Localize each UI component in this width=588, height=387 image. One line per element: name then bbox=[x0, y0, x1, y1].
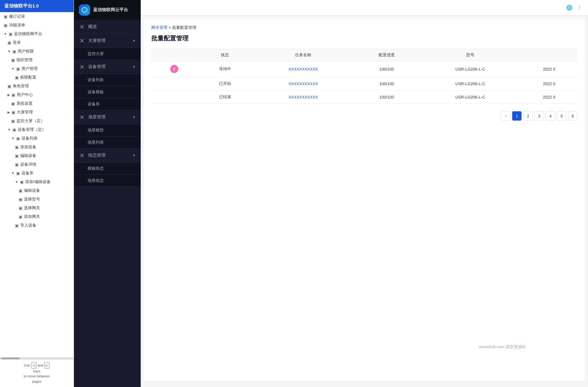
task-link[interactable]: XXXXXXXXXXX bbox=[289, 67, 318, 71]
tree-item-revision[interactable]: ▣修订记录 bbox=[0, 12, 74, 21]
tree-item-role_mgmt[interactable]: ▣角色管理 bbox=[0, 82, 74, 90]
tree-item-big_screen_mgmt[interactable]: ▶▣大屏管理 bbox=[0, 108, 74, 117]
doc-icon: ▣ bbox=[19, 214, 22, 219]
col-date bbox=[521, 49, 577, 61]
device-list-label: 设备列表 bbox=[88, 77, 104, 83]
nav-sub-scene-group[interactable]: 场景组态 bbox=[74, 175, 141, 187]
table-row: 已结束 XXXXXXXXXXX 100/100 USR-LG206-L-C 20… bbox=[151, 90, 577, 104]
task-link[interactable]: XXXXXXXXXXX bbox=[289, 81, 318, 86]
expand-icon: ▼ bbox=[11, 136, 15, 140]
tree-item-features[interactable]: ▣功能清单 bbox=[0, 21, 74, 30]
row-number: 2 bbox=[170, 65, 178, 73]
tree-label: 编辑设备 bbox=[20, 153, 36, 159]
scene-group-label: 场景组态 bbox=[88, 178, 104, 183]
hint-keys: keys bbox=[33, 369, 40, 373]
tree-label: 编辑设备 bbox=[24, 188, 40, 193]
doc-icon: ▣ bbox=[15, 154, 19, 158]
tree-item-import_device[interactable]: ▣导入设备 bbox=[0, 221, 74, 230]
tree-label: 用户管理 bbox=[21, 66, 38, 71]
doc-icon: ▣ bbox=[15, 75, 19, 80]
pagination-page-4[interactable]: 4 bbox=[546, 111, 555, 121]
tree-item-user_mgmt[interactable]: ▼▣用户管理 bbox=[0, 64, 74, 73]
tree-label: 设备库 bbox=[21, 170, 34, 176]
tree-item-device_lib_def[interactable]: ▼▣设备库 bbox=[0, 169, 74, 177]
tree-item-select_model[interactable]: ▣选择型号 bbox=[0, 195, 74, 204]
pagination-page-1[interactable]: 1 bbox=[512, 111, 522, 121]
tree-item-monitor_screen[interactable]: ▣监控大屏（定） bbox=[0, 117, 74, 125]
tree-item-platform[interactable]: ▼▣蓝信物联网平台 bbox=[0, 30, 74, 38]
topbar-icons: 🌐 ⋮ bbox=[566, 5, 582, 11]
tree-item-edit_device2[interactable]: ▣编辑设备 bbox=[0, 186, 74, 195]
data-table: 状态 任务名称 配置进度 型号 2 等待中 XXXXXXXXXXX 100/10… bbox=[151, 49, 577, 104]
pagination-page-6[interactable]: 6 bbox=[568, 111, 577, 121]
doc-icon: ▣ bbox=[19, 206, 22, 210]
monitor-big-label: 监控大屏 bbox=[88, 51, 104, 57]
main-nav: 蓝信物联网云平台 概览 大屏管理 ▼ 监控大屏 设备管理 ▼ 设备列表 设备模板… bbox=[74, 0, 141, 387]
nav-sub-device-list[interactable]: 设备列表 bbox=[74, 74, 141, 86]
nav-sub-scene-model[interactable]: 场景模型 bbox=[74, 124, 141, 136]
pagination-page-2[interactable]: 2 bbox=[523, 111, 533, 121]
nav-item-scene[interactable]: 场景管理 ▼ bbox=[74, 110, 141, 124]
nav-label-bigscreen: 大屏管理 bbox=[88, 38, 132, 44]
cell-task[interactable]: XXXXXXXXXXX bbox=[253, 61, 354, 77]
tree-label: 用户中心 bbox=[17, 92, 33, 98]
nav-header: 蓝信物联网云平台 bbox=[74, 0, 141, 20]
nav-item-overview[interactable]: 概览 bbox=[74, 20, 141, 34]
doc-icon: ▣ bbox=[11, 58, 15, 62]
table-row: 已开始 XXXXXXXXXXX 100/100 USR-LG206-L-C 20… bbox=[151, 77, 577, 90]
cell-num: 2 bbox=[151, 61, 197, 77]
tree-label: 监控大屏（定） bbox=[16, 118, 45, 124]
menu-icon[interactable]: ⋮ bbox=[577, 5, 582, 11]
tree-item-select_gateway[interactable]: ▣选择网关 bbox=[0, 204, 74, 212]
nav-sub-monitor-big[interactable]: 监控大屏 bbox=[74, 48, 141, 60]
tree-item-perm_config[interactable]: ▣权限配置 bbox=[0, 73, 74, 82]
tree-scroll: ▣修订记录▣功能清单▼▣蓝信物联网平台▣登录▼▣用户权限▣组织管理▼▣用户管理▣… bbox=[0, 12, 74, 357]
folder-icon: ▣ bbox=[12, 127, 16, 132]
tree-item-sys_settings[interactable]: ▣系统设置 bbox=[0, 99, 74, 108]
left-sidebar: 蓝信物联平台1.0 ▣修订记录▣功能清单▼▣蓝信物联网平台▣登录▼▣用户权限▣组… bbox=[0, 0, 74, 387]
doc-icon: ▣ bbox=[19, 197, 22, 202]
nav-sub-tpl-group[interactable]: 模板组态 bbox=[74, 163, 141, 175]
nav-sub-device-lib[interactable]: 设备库 bbox=[74, 98, 141, 110]
tree-item-device_detail[interactable]: ▣设备详情 bbox=[0, 160, 74, 169]
task-link[interactable]: XXXXXXXXXXX bbox=[289, 95, 318, 99]
tree-item-org_mgmt[interactable]: ▣组织管理 bbox=[0, 56, 74, 64]
globe-icon[interactable]: 🌐 bbox=[566, 5, 572, 11]
doc-icon: ▣ bbox=[15, 145, 19, 150]
col-task: 任务名称 bbox=[253, 49, 354, 61]
tree-item-device_mgmt_def[interactable]: ▼▣设备管理（定） bbox=[0, 125, 74, 134]
bigscreen-icon bbox=[79, 38, 85, 44]
cell-date: 2022 0 bbox=[521, 77, 577, 90]
device-tpl-label: 设备模板 bbox=[88, 89, 104, 95]
nav-item-group[interactable]: 组态管理 ▼ bbox=[74, 149, 141, 163]
breadcrumb-parent[interactable]: 网关管理 bbox=[151, 25, 167, 30]
pagination-page-3[interactable]: 3 bbox=[535, 111, 544, 121]
nav-sub-device-tpl[interactable]: 设备模板 bbox=[74, 86, 141, 98]
device-icon bbox=[79, 64, 85, 70]
tree-item-user_center[interactable]: ▶▣用户中心 bbox=[0, 90, 74, 99]
tree-label: 添加设备 bbox=[20, 144, 36, 150]
pagination-prev[interactable]: ‹ bbox=[501, 111, 510, 121]
tree-item-add_edit_device[interactable]: ▼▣添加/编辑设备 bbox=[0, 177, 74, 186]
table-header-row: 状态 任务名称 配置进度 型号 bbox=[151, 49, 577, 61]
nav-item-device[interactable]: 设备管理 ▼ bbox=[74, 60, 141, 74]
tree-item-user_perms[interactable]: ▼▣用户权限 bbox=[0, 47, 74, 56]
pagination-page-5[interactable]: 5 bbox=[557, 111, 566, 121]
cell-task[interactable]: XXXXXXXXXXX bbox=[253, 90, 354, 104]
folder-icon: ▣ bbox=[16, 67, 20, 71]
cell-task[interactable]: XXXXXXXXXXX bbox=[253, 77, 354, 90]
horizontal-scrollbar[interactable] bbox=[0, 357, 74, 360]
expand-icon: ▼ bbox=[11, 67, 15, 71]
tree-item-add_device[interactable]: ▣添加设备 bbox=[0, 143, 74, 151]
content-area: 🌐 ⋮ 网关管理 > 批量配置管理 批量配置管理 状态 任务名称 bbox=[141, 0, 588, 387]
folder-icon: ▣ bbox=[11, 110, 15, 115]
nav-item-bigscreen[interactable]: 大屏管理 ▼ bbox=[74, 34, 141, 48]
tree-item-login[interactable]: ▣登录 bbox=[0, 38, 74, 47]
tree-label: 添加/编辑设备 bbox=[25, 179, 51, 185]
tree-item-add_gateway[interactable]: ▣添加网关 bbox=[0, 212, 74, 221]
tree-item-device_list_def[interactable]: ▼▣设备列表 bbox=[0, 134, 74, 143]
tree-item-edit_device[interactable]: ▣编辑设备 bbox=[0, 151, 74, 160]
device-lib-label: 设备库 bbox=[88, 101, 100, 107]
nav-sub-scene-list[interactable]: 场景列表 bbox=[74, 136, 141, 149]
folder-icon: ▣ bbox=[11, 93, 15, 97]
